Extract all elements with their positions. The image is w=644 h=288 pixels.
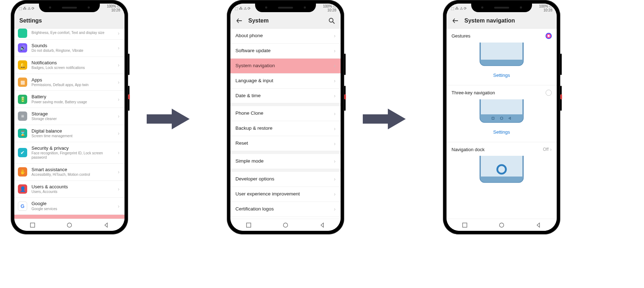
nav-recent-icon[interactable] bbox=[30, 222, 35, 228]
chevron-right-icon: › bbox=[118, 79, 119, 85]
flow-arrow bbox=[147, 107, 190, 131]
navigation-options: Gestures Settings Three-key navigatio bbox=[447, 29, 557, 219]
row-title: Storage bbox=[31, 111, 113, 117]
chevron-right-icon: › bbox=[118, 169, 119, 175]
row-subtitle: Brightness, Eye comfort, Text and displa… bbox=[31, 31, 113, 35]
row-title: Battery bbox=[31, 94, 113, 100]
chevron-right-icon: › bbox=[334, 111, 336, 116]
list-item[interactable]: ✔Security & privacyFace recognition, Fin… bbox=[14, 142, 125, 164]
list-item[interactable]: 🔊SoundsDo not disturb, Ringtone, Vibrate… bbox=[14, 40, 125, 57]
nav-back-icon[interactable] bbox=[536, 222, 541, 228]
list-item[interactable]: Developer options› bbox=[230, 172, 341, 187]
row-title: Apps bbox=[31, 77, 113, 83]
row-icon: ⌛ bbox=[18, 129, 27, 138]
list-item[interactable]: Phone Clone› bbox=[230, 106, 341, 121]
chevron-right-icon: › bbox=[118, 62, 119, 68]
list-item[interactable]: About phone› bbox=[230, 29, 341, 44]
back-icon[interactable] bbox=[235, 17, 243, 25]
list-item[interactable]: User experience improvement› bbox=[230, 187, 341, 202]
page-title: System navigation bbox=[464, 18, 515, 24]
nav-home-icon[interactable] bbox=[499, 222, 504, 228]
radio-unselected-icon[interactable] bbox=[546, 90, 552, 96]
phone-settings: ⬚ ⁂ ⚠ ⟳ 100% ▭ 10:28 Settings Brightness… bbox=[11, 0, 128, 234]
preview-nav-dock bbox=[452, 156, 552, 184]
row-title: Simple mode bbox=[235, 158, 330, 164]
radio-selected-icon[interactable] bbox=[546, 33, 552, 39]
list-item[interactable]: ≡StorageStorage cleaner› bbox=[14, 108, 125, 125]
option-three-key[interactable]: Three-key navigation Settings bbox=[447, 85, 557, 142]
header: Settings bbox=[14, 13, 125, 29]
chevron-right-icon: › bbox=[334, 206, 336, 212]
list-item[interactable]: 🔔NotificationsBadges, Lock screen notifi… bbox=[14, 57, 125, 74]
android-navbar[interactable] bbox=[14, 219, 125, 231]
row-title: User experience improvement bbox=[235, 191, 330, 197]
header: System bbox=[230, 13, 341, 29]
row-title: Notifications bbox=[31, 60, 113, 66]
row-icon: ✋ bbox=[18, 167, 27, 177]
nav-recent-icon[interactable] bbox=[246, 222, 252, 228]
three-key-settings-link[interactable]: Settings bbox=[452, 126, 552, 140]
android-navbar[interactable] bbox=[230, 219, 341, 231]
settings-list[interactable]: Brightness, Eye comfort, Text and displa… bbox=[14, 29, 125, 219]
list-item[interactable]: Language & input› bbox=[230, 74, 341, 89]
nav-recent-icon[interactable] bbox=[462, 222, 468, 228]
android-navbar[interactable] bbox=[447, 219, 557, 231]
search-icon[interactable] bbox=[328, 17, 336, 25]
row-title: Language & input bbox=[235, 78, 330, 84]
chevron-right-icon: › bbox=[118, 203, 119, 209]
status-left: ⬚ ⁂ ⚠ ⟳ bbox=[235, 6, 256, 10]
list-item[interactable]: Simple mode› bbox=[230, 154, 341, 169]
row-icon: 🔊 bbox=[18, 43, 27, 53]
nav-back-icon[interactable] bbox=[103, 222, 109, 228]
chevron-right-icon: › bbox=[334, 176, 336, 182]
row-icon: ▦ bbox=[18, 78, 27, 87]
list-item[interactable]: Software update› bbox=[230, 44, 341, 59]
chevron-right-icon: › bbox=[118, 130, 119, 136]
row-icon: ≡ bbox=[18, 111, 27, 121]
list-item[interactable]: ▦AppsPermissions, Default apps, App twin… bbox=[14, 74, 125, 91]
chevron-right-icon: › bbox=[334, 93, 336, 99]
list-item[interactable]: Brightness, Eye comfort, Text and displa… bbox=[14, 29, 125, 40]
svg-point-1 bbox=[67, 223, 72, 227]
row-title: Date & time bbox=[235, 93, 330, 99]
nav-back-icon[interactable] bbox=[319, 222, 325, 228]
row-subtitle: Badges, Lock screen notifications bbox=[31, 66, 113, 70]
row-subtitle: Do not disturb, Ringtone, Vibrate bbox=[31, 49, 113, 53]
chevron-right-icon: › bbox=[118, 150, 119, 155]
row-title: Backup & restore bbox=[235, 125, 330, 131]
row-icon: ✔ bbox=[18, 148, 27, 157]
chevron-right-icon: › bbox=[118, 45, 119, 51]
preview-gestures bbox=[452, 43, 552, 68]
list-item[interactable]: Reset› bbox=[230, 136, 341, 151]
list-item[interactable]: 👤Users & accountsUsers, Accounts› bbox=[14, 181, 125, 198]
option-gestures[interactable]: Gestures Settings bbox=[447, 29, 557, 85]
gestures-settings-link[interactable]: Settings bbox=[452, 69, 552, 83]
svg-rect-8 bbox=[463, 223, 467, 227]
chevron-right-icon: › bbox=[118, 96, 119, 102]
list-item[interactable]: 🔋BatteryPower saving mode, Battery usage… bbox=[14, 91, 125, 108]
row-icon: 🔋 bbox=[18, 95, 27, 104]
system-list[interactable]: About phone›Software update›System navig… bbox=[230, 29, 341, 219]
row-subtitle: Storage cleaner bbox=[31, 117, 113, 121]
nav-home-icon[interactable] bbox=[283, 222, 288, 228]
header: System navigation bbox=[447, 13, 557, 29]
row-title: System navigation bbox=[235, 63, 330, 69]
power-button bbox=[560, 54, 562, 75]
list-item[interactable]: GGoogleGoogle services› bbox=[14, 198, 125, 215]
row-title: Developer options bbox=[235, 176, 330, 182]
list-item[interactable]: System navigation› bbox=[230, 59, 341, 74]
row-subtitle: Face recognition, Fingerprint ID, Lock s… bbox=[31, 151, 113, 160]
list-item[interactable]: ⌛Digital balanceScreen time management› bbox=[14, 125, 125, 142]
list-item[interactable]: ✋Smart assistanceAccessibility, HiTouch,… bbox=[14, 164, 125, 181]
back-icon[interactable] bbox=[452, 17, 459, 25]
option-nav-dock[interactable]: Navigation dock Off › bbox=[447, 142, 557, 188]
list-item[interactable]: Date & time› bbox=[230, 89, 341, 104]
chevron-right-icon: › bbox=[334, 141, 336, 147]
list-item[interactable]: Backup & restore› bbox=[230, 121, 341, 136]
row-icon: G bbox=[18, 202, 27, 211]
list-item[interactable]: ▯SystemSystem navigation, Software updat… bbox=[14, 215, 125, 219]
flow-arrow bbox=[363, 107, 406, 131]
row-subtitle: Users, Accounts bbox=[31, 190, 113, 194]
nav-home-icon[interactable] bbox=[67, 222, 72, 228]
list-item[interactable]: Certification logos› bbox=[230, 202, 341, 217]
